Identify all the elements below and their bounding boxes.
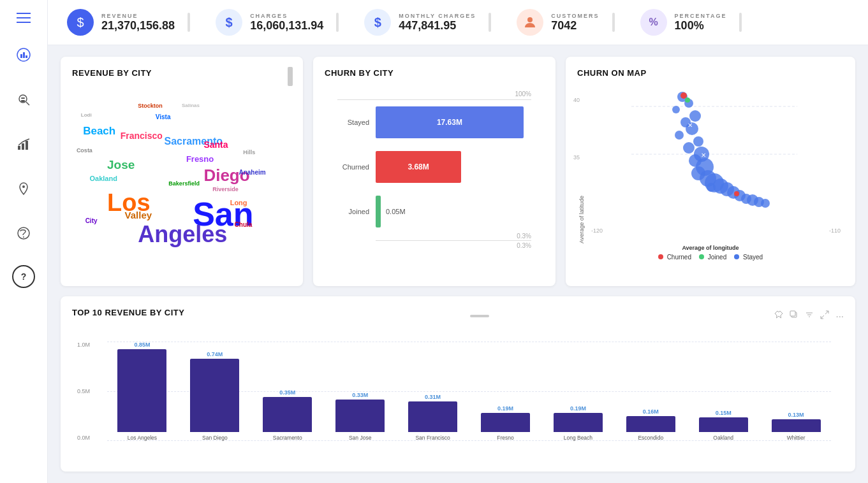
main-content: $ REVENUE 21,370,156.88 $ CHARGES 16,060…	[48, 0, 868, 483]
svg-rect-6	[21, 100, 25, 102]
bar-city-label: San Jose	[325, 435, 395, 441]
bar-rect[interactable]	[481, 413, 530, 432]
bar-rect[interactable]	[190, 359, 239, 432]
sidebar-icon-help[interactable]: ?	[12, 265, 35, 288]
bar-value-label: 0.85M	[134, 342, 150, 348]
sidebar-icon-support[interactable]	[11, 220, 36, 246]
bar-group: 0.19MLong Beach	[543, 342, 613, 441]
bar-city-label: San Diego	[180, 435, 250, 441]
y-tick-35: 35	[573, 154, 580, 161]
x-tick-110: -110	[829, 227, 841, 234]
word-chula: Chula	[235, 221, 253, 228]
word-santa: Santa	[203, 140, 228, 150]
churn-by-city-card: CHURN BY CITY 100% Stayed 17.63M	[313, 57, 555, 286]
sidebar-icon-analytics[interactable]	[11, 42, 36, 68]
customers-value: 7042	[551, 19, 599, 32]
svg-rect-2	[23, 52, 25, 58]
bar-city-label: Sacramento	[253, 435, 323, 441]
svg-text:✕: ✕	[688, 122, 693, 129]
bar-group: 0.15MOakland	[688, 342, 758, 441]
scroll-bar[interactable]	[470, 315, 489, 317]
expand-button[interactable]	[820, 310, 829, 321]
bar-rect[interactable]	[263, 397, 312, 432]
bar-group: 0.33MSan Jose	[325, 342, 395, 441]
revenue-by-city-card: REVENUE BY CITY San Angeles Los Diego Sa…	[61, 57, 303, 286]
pin-button[interactable]	[774, 310, 783, 321]
bar-value-label: 0.15M	[716, 410, 732, 416]
bar-city-label: Oakland	[688, 435, 758, 441]
word-riverside: Riverside	[212, 186, 239, 192]
joined-dot	[699, 254, 704, 259]
bar-rect[interactable]	[772, 419, 821, 432]
bar-rect[interactable]	[335, 400, 385, 432]
word-fresno: Fresno	[186, 154, 214, 164]
y-axis-labels: 0.0M 0.5M 1.0M	[77, 342, 90, 441]
churn-on-map-title: CHURN ON MAP	[577, 68, 844, 78]
revenue-label: REVENUE	[101, 13, 175, 19]
bar-rect[interactable]	[117, 349, 166, 432]
joined-bar-container: 0.05M	[376, 196, 531, 227]
filter-button[interactable]	[805, 310, 814, 321]
bar-rect[interactable]	[554, 413, 603, 432]
sidebar-icon-revenue[interactable]	[11, 131, 36, 157]
map-y-axis-label: Average of latitude	[577, 84, 585, 243]
churned-dot	[658, 254, 663, 259]
map-legend: Churned Joined Stayed	[577, 254, 844, 261]
bottom-percent-label: 0.3%	[337, 242, 531, 249]
y-label-05: 0.5M	[77, 388, 90, 394]
scroll-indicator[interactable]	[288, 67, 293, 86]
bar-value-label: 0.33M	[352, 392, 368, 398]
kpi-divider-3	[489, 13, 491, 32]
word-long: Long	[230, 199, 247, 206]
svg-rect-47	[790, 311, 795, 316]
svg-line-51	[825, 311, 828, 314]
legend-churned: Churned	[658, 254, 691, 261]
more-button[interactable]: ···	[835, 310, 844, 321]
churned-label: Churned	[337, 163, 369, 171]
joined-value: 0.05M	[386, 208, 406, 215]
bar-rect[interactable]	[699, 417, 748, 432]
map-container: Average of latitude 40 35 -120 -110	[577, 84, 844, 243]
customers-icon	[517, 9, 543, 36]
kpi-revenue: $ REVENUE 21,370,156.88	[67, 9, 190, 36]
bar-group: 0.19MFresno	[471, 342, 541, 441]
word-city: City	[85, 217, 98, 224]
kpi-bar: $ REVENUE 21,370,156.88 $ CHARGES 16,060…	[48, 0, 868, 45]
bar-group: 0.13MWhittier	[761, 342, 831, 441]
svg-point-20	[689, 110, 701, 122]
menu-hamburger[interactable]	[17, 13, 31, 23]
stayed-bar-container: 17.63M	[376, 106, 531, 138]
stayed-row: Stayed 17.63M	[337, 106, 531, 138]
copy-button[interactable]	[790, 310, 798, 321]
kpi-percentage: % Percentage 100%	[640, 9, 742, 36]
word-anaheim: Anaheim	[239, 169, 265, 176]
kpi-divider-2	[336, 13, 339, 32]
bar-value-label: 0.19M	[570, 405, 586, 412]
word-cloud: San Angeles Los Diego Sacramento Jose Fr…	[72, 84, 291, 269]
word-valley: Valley	[125, 210, 152, 220]
svg-rect-9	[22, 143, 24, 150]
word-jose: Jose	[107, 158, 135, 172]
bar-rect[interactable]	[626, 416, 675, 432]
word-lodi: Lodi	[81, 112, 92, 118]
sidebar-icon-location[interactable]	[11, 176, 36, 201]
revenue-value: 21,370,156.88	[101, 19, 175, 32]
bar-group: 0.85MLos Angeles	[107, 342, 177, 441]
legend-joined: Joined	[699, 254, 726, 261]
word-hills: Hills	[243, 149, 255, 155]
bar-rect[interactable]	[408, 401, 457, 432]
bar-value-label: 0.13M	[788, 412, 804, 418]
bar-group: 0.16MEscondido	[615, 342, 686, 441]
svg-point-25	[683, 142, 695, 154]
kpi-monthly-charges: $ MONTHLY CHARGES 447,841.95	[364, 9, 491, 36]
joined-row: Joined 0.05M	[337, 196, 531, 227]
monthly-charges-label: MONTHLY CHARGES	[399, 13, 476, 19]
svg-rect-10	[26, 141, 28, 150]
bar-group: 0.74MSan Diego	[180, 342, 250, 441]
sidebar-icon-search[interactable]	[11, 87, 36, 112]
svg-point-14	[527, 17, 533, 22]
kpi-charges: $ CHARGES 16,060,131.94	[216, 9, 339, 36]
svg-point-23	[675, 131, 684, 140]
svg-rect-3	[26, 55, 27, 58]
churned-row: Churned 3.68M	[337, 151, 531, 183]
